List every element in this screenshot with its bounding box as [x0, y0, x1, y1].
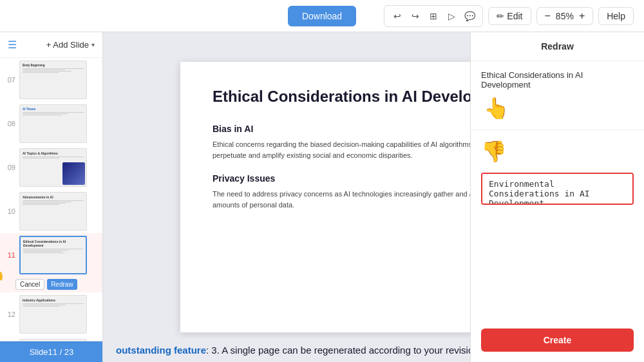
toolbar-center: Download	[288, 6, 356, 26]
redraw-original-section: Ethical Considerations in AI Development…	[471, 61, 644, 130]
slide-number: 09	[4, 164, 15, 171]
slide-thumbnail: Body Beginning	[19, 61, 87, 99]
slide-thumbnail: AI Topics & Algorithms	[19, 148, 87, 187]
cancel-button[interactable]: Cancel	[15, 279, 44, 290]
slide-item[interactable]: 07 Body Beginning	[0, 58, 102, 102]
undo-icon[interactable]: ↩	[390, 8, 405, 24]
redraw-panel: Redraw Ethical Considerations in AI Deve…	[470, 32, 644, 362]
slide-number: 11	[4, 251, 15, 259]
zoom-out-button[interactable]: −	[544, 10, 552, 22]
slide-overlay-buttons: Cancel Redraw	[15, 279, 77, 290]
slide-item[interactable]: 12 Industry Applications	[0, 292, 102, 336]
list-icon: ☰	[8, 39, 17, 51]
original-slide-label: Ethical Considerations in AI Development	[481, 70, 634, 90]
edit-button[interactable]: ✏ Edit	[488, 7, 531, 25]
toolbar-icon-group: ↩ ↪ ⊞ ▷ 💬	[384, 5, 483, 27]
thumbs-down-panel-icon: 👎	[481, 139, 634, 164]
toolbar: Download ↩ ↪ ⊞ ▷ 💬 ✏ Edit − 85% + Help	[0, 0, 644, 32]
add-slide-button[interactable]: + Add Slide ▾	[46, 40, 95, 50]
slide-item[interactable]: 10 Advancements in AI	[0, 189, 102, 233]
slide-counter: Slide11 / 23	[0, 341, 103, 362]
redo-icon[interactable]: ↪	[408, 8, 423, 24]
toolbar-right: ↩ ↪ ⊞ ▷ 💬 ✏ Edit − 85% + Help	[356, 5, 634, 27]
slide-thumbnail: Industry Applications	[19, 295, 87, 334]
zoom-control: − 85% +	[536, 7, 594, 25]
redraw-revised-section: 👎 <span class="highlight-word">Environme…	[471, 130, 644, 321]
slide-thumbnail: AI Theme	[19, 104, 87, 143]
thumbs-down-overlay-icon: 👎	[0, 271, 5, 286]
create-button[interactable]: Create	[481, 329, 634, 352]
slide-item[interactable]: 09 AI Topics & Algorithms	[0, 146, 102, 189]
zoom-in-button[interactable]: +	[578, 10, 586, 22]
slide-item[interactable]: 08 AI Theme	[0, 102, 102, 146]
slide-thumbnail: Advancements in AI	[19, 192, 87, 231]
present-icon[interactable]: ▷	[444, 8, 459, 24]
slide-panel: ☰ + Add Slide ▾ 07 Body Beginning 08 AI …	[0, 32, 103, 362]
zoom-value: 85%	[556, 11, 574, 21]
redraw-button[interactable]: Redraw	[47, 279, 77, 290]
comment-icon[interactable]: 💬	[462, 8, 477, 24]
slide-number: 12	[4, 310, 15, 318]
grid-icon[interactable]: ⊞	[426, 8, 441, 24]
redraw-panel-header: Redraw	[471, 32, 644, 61]
thumbs-up-icon: 👆	[484, 96, 634, 120]
feature-highlight: outstanding feature	[116, 345, 206, 356]
slide-item-active[interactable]: 👎 11 Ethical Considerations in AI Develo…	[0, 233, 102, 292]
feature-description: : 3. A single page can be regenerated ac…	[206, 345, 482, 356]
chevron-down-icon: ▾	[91, 41, 95, 48]
sidebar-header: ☰ + Add Slide ▾	[0, 32, 102, 58]
slide-number: 08	[4, 120, 15, 128]
help-button[interactable]: Help	[598, 7, 634, 25]
download-button[interactable]: Download	[288, 6, 356, 26]
redraw-input-field[interactable]: <span class="highlight-word">Environment…	[481, 173, 634, 205]
slide-thumbnail-active: Ethical Considerations in AI Development	[19, 236, 87, 274]
slide-number: 10	[4, 207, 15, 215]
slide-number: 07	[4, 76, 15, 84]
add-slide-label: + Add Slide	[46, 40, 89, 50]
